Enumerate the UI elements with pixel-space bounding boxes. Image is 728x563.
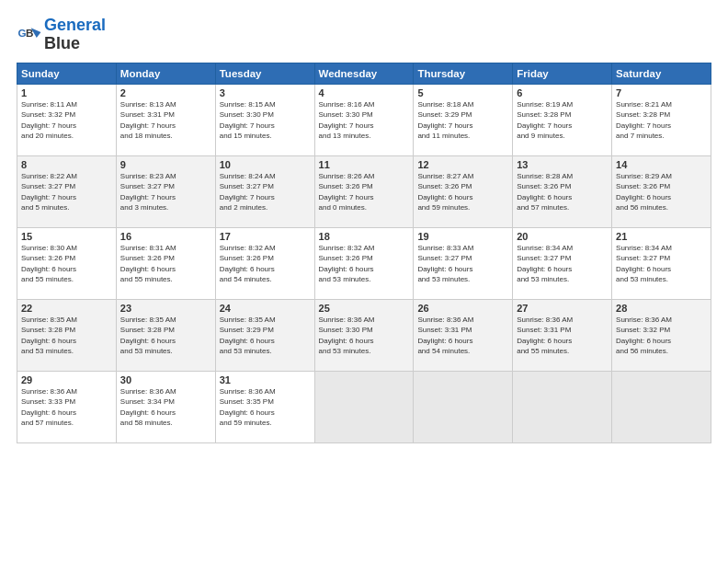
day-number: 29 [21,374,112,385]
day-number: 12 [417,159,508,170]
day-cell-20: 20Sunrise: 8:34 AMSunset: 3:27 PMDayligh… [513,227,612,299]
day-cell-23: 23Sunrise: 8:35 AMSunset: 3:28 PMDayligh… [116,299,215,371]
day-info: Sunrise: 8:30 AMSunset: 3:26 PMDaylight:… [21,243,112,285]
day-cell-17: 17Sunrise: 8:32 AMSunset: 3:26 PMDayligh… [215,227,314,299]
svg-text:G: G [18,26,27,38]
logo-text: General Blue [44,17,106,53]
col-header-saturday: Saturday [612,63,711,84]
col-header-sunday: Sunday [17,63,117,84]
col-header-friday: Friday [513,63,612,84]
day-cell-3: 3Sunrise: 8:15 AMSunset: 3:30 PMDaylight… [215,84,314,155]
day-info: Sunrise: 8:29 AMSunset: 3:26 PMDaylight:… [616,171,707,213]
day-cell-12: 12Sunrise: 8:27 AMSunset: 3:26 PMDayligh… [414,155,513,227]
day-cell-7: 7Sunrise: 8:21 AMSunset: 3:28 PMDaylight… [612,84,711,155]
empty-cell [314,371,414,442]
day-info: Sunrise: 8:22 AMSunset: 3:27 PMDaylight:… [21,171,112,213]
day-cell-16: 16Sunrise: 8:31 AMSunset: 3:26 PMDayligh… [116,227,215,299]
day-number: 6 [517,87,608,98]
day-number: 28 [616,303,707,314]
day-info: Sunrise: 8:33 AMSunset: 3:27 PMDaylight:… [417,243,508,285]
calendar-page: G B General Blue SundayMondayTuesdayWedn… [0,0,728,563]
day-cell-29: 29Sunrise: 8:36 AMSunset: 3:33 PMDayligh… [17,371,117,442]
day-number: 1 [21,87,112,98]
day-cell-31: 31Sunrise: 8:36 AMSunset: 3:35 PMDayligh… [215,371,314,442]
day-number: 27 [517,303,608,314]
day-cell-28: 28Sunrise: 8:36 AMSunset: 3:32 PMDayligh… [612,299,711,371]
calendar-body: 1Sunrise: 8:11 AMSunset: 3:32 PMDaylight… [17,84,711,442]
day-info: Sunrise: 8:18 AMSunset: 3:29 PMDaylight:… [417,99,508,142]
day-cell-15: 15Sunrise: 8:30 AMSunset: 3:26 PMDayligh… [17,227,117,299]
day-info: Sunrise: 8:26 AMSunset: 3:26 PMDaylight:… [319,171,410,213]
day-info: Sunrise: 8:32 AMSunset: 3:26 PMDaylight:… [319,243,410,285]
day-info: Sunrise: 8:32 AMSunset: 3:26 PMDaylight:… [220,243,311,285]
day-number: 7 [616,87,707,98]
day-cell-24: 24Sunrise: 8:35 AMSunset: 3:29 PMDayligh… [215,299,314,371]
calendar-header: SundayMondayTuesdayWednesdayThursdayFrid… [17,63,711,84]
week-row-3: 15Sunrise: 8:30 AMSunset: 3:26 PMDayligh… [17,227,711,299]
day-cell-26: 26Sunrise: 8:36 AMSunset: 3:31 PMDayligh… [414,299,513,371]
day-info: Sunrise: 8:21 AMSunset: 3:28 PMDaylight:… [616,99,707,142]
day-number: 22 [21,303,112,314]
day-number: 18 [319,231,410,242]
day-cell-11: 11Sunrise: 8:26 AMSunset: 3:26 PMDayligh… [314,155,414,227]
day-number: 31 [220,374,311,385]
day-info: Sunrise: 8:13 AMSunset: 3:31 PMDaylight:… [120,99,211,142]
svg-text:B: B [26,26,33,38]
day-number: 21 [616,231,707,242]
day-number: 17 [220,231,311,242]
day-info: Sunrise: 8:28 AMSunset: 3:26 PMDaylight:… [517,171,608,213]
day-cell-13: 13Sunrise: 8:28 AMSunset: 3:26 PMDayligh… [513,155,612,227]
day-info: Sunrise: 8:35 AMSunset: 3:28 PMDaylight:… [120,315,211,357]
col-header-thursday: Thursday [414,63,513,84]
week-row-4: 22Sunrise: 8:35 AMSunset: 3:28 PMDayligh… [17,299,711,371]
week-row-1: 1Sunrise: 8:11 AMSunset: 3:32 PMDaylight… [17,84,711,155]
week-row-5: 29Sunrise: 8:36 AMSunset: 3:33 PMDayligh… [17,371,711,442]
day-info: Sunrise: 8:36 AMSunset: 3:31 PMDaylight:… [517,315,608,357]
week-row-2: 8Sunrise: 8:22 AMSunset: 3:27 PMDaylight… [17,155,711,227]
col-header-wednesday: Wednesday [314,63,414,84]
day-info: Sunrise: 8:36 AMSunset: 3:32 PMDaylight:… [616,315,707,357]
day-info: Sunrise: 8:24 AMSunset: 3:27 PMDaylight:… [220,171,311,213]
day-cell-14: 14Sunrise: 8:29 AMSunset: 3:26 PMDayligh… [612,155,711,227]
day-cell-27: 27Sunrise: 8:36 AMSunset: 3:31 PMDayligh… [513,299,612,371]
day-number: 14 [616,159,707,170]
day-info: Sunrise: 8:36 AMSunset: 3:30 PMDaylight:… [319,315,410,357]
day-cell-6: 6Sunrise: 8:19 AMSunset: 3:28 PMDaylight… [513,84,612,155]
day-info: Sunrise: 8:34 AMSunset: 3:27 PMDaylight:… [616,243,707,285]
day-info: Sunrise: 8:31 AMSunset: 3:26 PMDaylight:… [120,243,211,285]
day-info: Sunrise: 8:34 AMSunset: 3:27 PMDaylight:… [517,243,608,285]
day-cell-4: 4Sunrise: 8:16 AMSunset: 3:30 PMDaylight… [314,84,414,155]
day-cell-19: 19Sunrise: 8:33 AMSunset: 3:27 PMDayligh… [414,227,513,299]
day-number: 30 [120,374,211,385]
logo-icon: G B [17,22,42,48]
day-cell-30: 30Sunrise: 8:36 AMSunset: 3:34 PMDayligh… [116,371,215,442]
empty-cell [612,371,711,442]
day-info: Sunrise: 8:16 AMSunset: 3:30 PMDaylight:… [319,99,410,142]
day-number: 9 [120,159,211,170]
day-number: 20 [517,231,608,242]
day-number: 26 [417,303,508,314]
day-info: Sunrise: 8:35 AMSunset: 3:29 PMDaylight:… [220,315,311,357]
col-header-tuesday: Tuesday [215,63,314,84]
col-header-monday: Monday [116,63,215,84]
day-number: 11 [319,159,410,170]
day-number: 25 [319,303,410,314]
day-info: Sunrise: 8:19 AMSunset: 3:28 PMDaylight:… [517,99,608,142]
day-number: 10 [220,159,311,170]
empty-cell [513,371,612,442]
day-info: Sunrise: 8:35 AMSunset: 3:28 PMDaylight:… [21,315,112,357]
day-cell-21: 21Sunrise: 8:34 AMSunset: 3:27 PMDayligh… [612,227,711,299]
calendar-table: SundayMondayTuesdayWednesdayThursdayFrid… [17,63,711,443]
logo: G B General Blue [17,17,106,53]
day-number: 8 [21,159,112,170]
day-number: 5 [417,87,508,98]
day-number: 19 [417,231,508,242]
day-info: Sunrise: 8:15 AMSunset: 3:30 PMDaylight:… [220,99,311,142]
day-number: 15 [21,231,112,242]
day-cell-9: 9Sunrise: 8:23 AMSunset: 3:27 PMDaylight… [116,155,215,227]
day-number: 2 [120,87,211,98]
day-info: Sunrise: 8:36 AMSunset: 3:31 PMDaylight:… [417,315,508,357]
header-row: SundayMondayTuesdayWednesdayThursdayFrid… [17,63,711,84]
day-info: Sunrise: 8:23 AMSunset: 3:27 PMDaylight:… [120,171,211,213]
day-cell-25: 25Sunrise: 8:36 AMSunset: 3:30 PMDayligh… [314,299,414,371]
